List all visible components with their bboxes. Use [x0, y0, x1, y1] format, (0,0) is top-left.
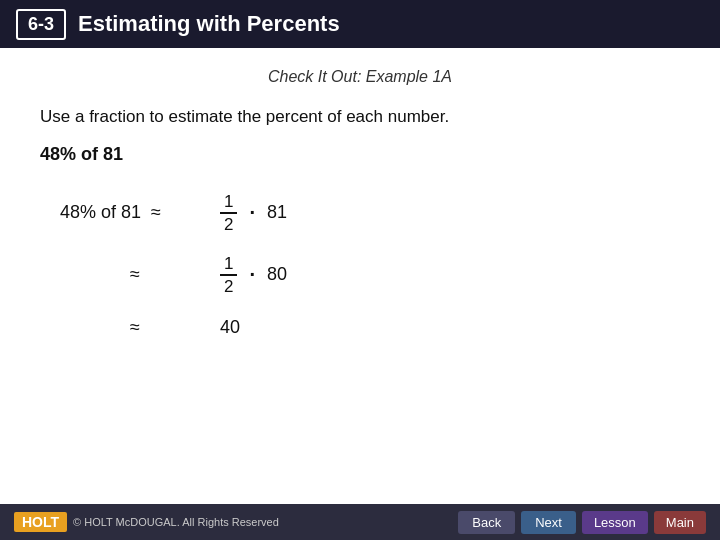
problem-label: 48% of 81: [40, 144, 680, 165]
step3-result: 40: [220, 317, 240, 338]
step2-fraction: 1 2: [220, 255, 237, 295]
step1-denominator: 2: [220, 214, 237, 233]
step2-numerator: 1: [220, 255, 237, 276]
back-button[interactable]: Back: [458, 511, 515, 534]
step1-prefix: 48% of 81 ≈: [60, 202, 220, 223]
math-step-1: 48% of 81 ≈ 1 2 · 81: [60, 193, 680, 233]
header-title: Estimating with Percents: [78, 11, 340, 37]
step2-denominator: 2: [220, 276, 237, 295]
math-step-3: ≈ 40: [60, 317, 680, 338]
problem-intro: Use a fraction to estimate the percent o…: [40, 104, 680, 130]
footer-nav[interactable]: Back Next Lesson Main: [458, 511, 706, 534]
step2-approx: ≈: [60, 264, 220, 285]
step1-dot: ·: [249, 201, 255, 224]
example-subtitle: Check It Out: Example 1A: [40, 68, 680, 86]
step1-fraction: 1 2: [220, 193, 237, 233]
main-button[interactable]: Main: [654, 511, 706, 534]
footer: HOLT © HOLT McDOUGAL. All Rights Reserve…: [0, 504, 720, 540]
step1-numerator: 1: [220, 193, 237, 214]
main-content: Check It Out: Example 1A Use a fraction …: [0, 48, 720, 380]
footer-copyright: © HOLT McDOUGAL. All Rights Reserved: [73, 516, 279, 528]
lesson-badge: 6-3: [16, 9, 66, 40]
step3-approx: ≈: [60, 317, 220, 338]
header-bar: 6-3 Estimating with Percents: [0, 0, 720, 48]
step1-expr: 1 2 · 81: [220, 193, 287, 233]
step2-expr: 1 2 · 80: [220, 255, 287, 295]
math-steps: 48% of 81 ≈ 1 2 · 81 ≈ 1 2 · 80: [40, 193, 680, 338]
math-step-2: ≈ 1 2 · 80: [60, 255, 680, 295]
step1-value: 81: [267, 202, 287, 223]
holt-logo-area: HOLT © HOLT McDOUGAL. All Rights Reserve…: [14, 512, 279, 532]
step2-dot: ·: [249, 263, 255, 286]
lesson-button[interactable]: Lesson: [582, 511, 648, 534]
next-button[interactable]: Next: [521, 511, 576, 534]
holt-logo-box: HOLT: [14, 512, 67, 532]
step2-value: 80: [267, 264, 287, 285]
